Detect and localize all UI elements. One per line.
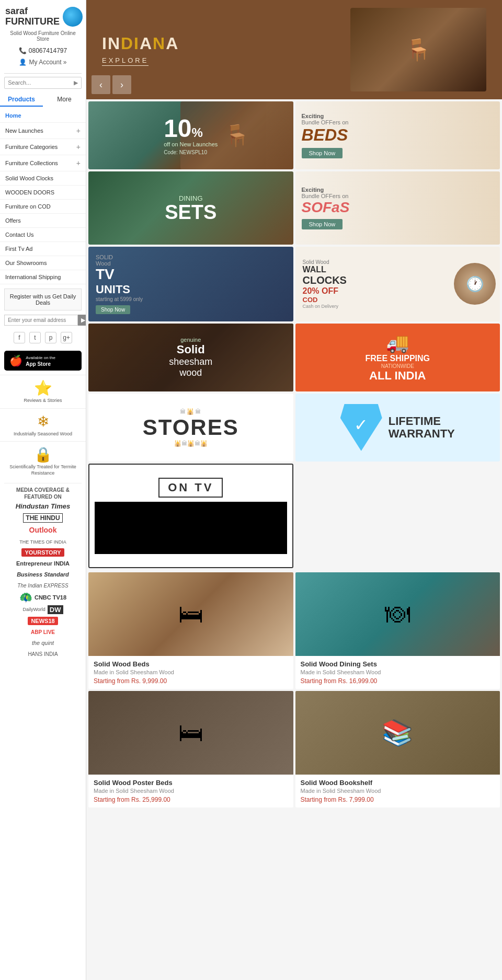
all-india-label: ALL INDIA — [369, 369, 426, 383]
promo-tv-units[interactable]: SOLID Wood TV UNITS starting at 5999 onl… — [88, 247, 293, 321]
bundle-label: Bundle OFFers on — [302, 119, 349, 125]
nav-new-launches[interactable]: New Launches + — [0, 123, 86, 139]
badge-reviews: ⭐ Reviews & Stories — [0, 375, 86, 408]
nav-solid-wood-clocks[interactable]: Solid Wood Clocks — [0, 171, 86, 186]
register-section: Register with us Get Daily Deals — [4, 289, 82, 310]
search-button[interactable]: ▶ — [74, 79, 78, 86]
nav-contact-us[interactable]: Contact Us — [0, 228, 86, 242]
appstore-text: Available on the App Store — [26, 354, 55, 367]
clock-icon: 🕐 — [454, 263, 496, 305]
tv-units-label: UNITS — [96, 283, 130, 296]
apple-icon: 🍎 — [9, 354, 22, 367]
hero-prev-button[interactable]: ‹ — [92, 75, 110, 94]
nav-home[interactable]: Home — [0, 109, 86, 123]
hero-text: INDIANA EXPLORE — [102, 34, 179, 66]
promo-ontv[interactable]: ON TV — [88, 464, 293, 568]
exciting-label: Exciting — [302, 113, 324, 119]
hero-product-image: 🪑 — [350, 8, 486, 91]
logo-area: saraf FURNITURE — [0, 0, 86, 29]
lock-icon: 🔒 — [34, 446, 52, 463]
main-content: INDIANA EXPLORE 🪑 ‹ › 10% off on New Lau… — [86, 0, 502, 980]
product-bookshelf[interactable]: 📚 Solid Wood Bookshelf Made in Solid She… — [295, 691, 500, 808]
media-the-hindu: THE HINDU — [23, 513, 62, 523]
promo-grid: 10% off on New Launches Code: NEWSPL10 🪑… — [86, 99, 502, 570]
search-input[interactable] — [8, 79, 74, 86]
facebook-icon[interactable]: f — [14, 332, 25, 343]
promo-shipping[interactable]: 🚚 FREE SHIPPING NATIONWIDE ALL INDIA — [295, 324, 500, 391]
shop-now-button[interactable]: Shop Now — [302, 148, 343, 158]
media-indian-express: The Indian EXPRESS — [4, 580, 82, 590]
expand-icon: + — [76, 159, 81, 167]
solid-wood-label: Solid Wood — [303, 259, 329, 265]
email-submit-button[interactable]: ▶ — [78, 315, 86, 326]
hero-explore[interactable]: EXPLORE — [102, 56, 149, 66]
nav-first-tv-ad[interactable]: First Tv Ad — [0, 242, 86, 256]
nav-offers[interactable]: Offers — [0, 214, 86, 228]
hero-next-button[interactable]: › — [112, 75, 131, 94]
warranty-text: LIFETIME WARRANTY — [389, 415, 455, 440]
phone-icon: 📞 — [19, 47, 27, 54]
nav-furniture-categories[interactable]: Furniture Categories + — [0, 139, 86, 155]
pinterest-icon[interactable]: p — [45, 332, 56, 343]
new-launch-text: off on New Launches — [164, 141, 218, 147]
media-entrepreneur: Entrepreneur INDIA — [4, 558, 82, 568]
twitter-icon[interactable]: t — [29, 332, 41, 343]
wall-label: WALL — [303, 265, 326, 274]
media-business-standard: Business Standard — [4, 569, 82, 579]
tv-shop-button[interactable]: Shop Now — [96, 305, 130, 314]
tab-products[interactable]: Products — [0, 93, 43, 107]
product-beds-info: Solid Wood Beds Made in Solid Sheesham W… — [88, 656, 293, 689]
shield-icon: ✓ — [340, 404, 382, 451]
email-signup-row[interactable]: ▶ — [4, 315, 82, 326]
tv-starting-label: starting at 5999 only — [96, 296, 143, 302]
sidebar: saraf FURNITURE Solid Wood Furniture Onl… — [0, 0, 86, 980]
promo-sofas[interactable]: Exciting Bundle OFFers on SOFaS Shop Now — [295, 171, 500, 245]
phone-number[interactable]: 📞 08067414797 — [19, 45, 67, 56]
nav-furniture-collections[interactable]: Furniture Collections + — [0, 155, 86, 171]
nav-our-showrooms[interactable]: Our Showrooms — [0, 256, 86, 270]
discount-value: 10 — [164, 114, 191, 142]
media-abp: ABP LIVE — [4, 627, 82, 636]
badges-section: ⭐ Reviews & Stories ❄ Industrially Seaso… — [0, 375, 86, 481]
nav-wooden-doors[interactable]: WOODEN DOORS — [0, 186, 86, 200]
dining-big: SETS — [97, 202, 285, 222]
product-poster-beds[interactable]: 🛏 Solid Wood Poster Beds Made in Solid S… — [88, 691, 293, 808]
tagline: Solid Wood Furniture Online Store — [0, 29, 86, 45]
logo-globe-icon — [63, 7, 83, 27]
promo-beds[interactable]: Exciting Bundle OFFers on BEDS Shop Now — [295, 101, 500, 169]
media-dw: DailyWorld DW — [4, 605, 82, 614]
googleplus-icon[interactable]: g+ — [61, 332, 72, 343]
account-link[interactable]: 👤 My Account » — [19, 56, 66, 70]
product-bookshelf-info: Solid Wood Bookshelf Made in Solid Shees… — [295, 775, 500, 808]
sofas-shop-button[interactable]: Shop Now — [302, 219, 343, 229]
tab-more[interactable]: More — [43, 93, 86, 107]
hero-banner: INDIANA EXPLORE 🪑 ‹ › — [86, 0, 502, 99]
social-links: f t p g+ — [14, 332, 72, 343]
product-dining-image: 🍽 — [295, 572, 500, 656]
media-cnbc: 🦚 CNBC TV18 — [4, 591, 82, 604]
media-hans: HANS INDIA — [4, 649, 82, 658]
promo-new-launch[interactable]: 10% off on New Launches Code: NEWSPL10 🪑 — [88, 101, 293, 169]
promo-warranty[interactable]: ✓ LIFETIME WARRANTY — [295, 394, 500, 462]
search-bar[interactable]: ▶ — [4, 77, 82, 89]
sheesham-overlay: genuine Solid sheesham wood — [88, 324, 293, 391]
promo-wall-clocks[interactable]: Solid Wood WALL CLOCKS 20% OFF COD Cash … — [295, 247, 500, 321]
promo-sheesham[interactable]: genuine Solid sheesham wood — [88, 324, 293, 391]
account-icon: 👤 — [19, 59, 27, 66]
product-grid: 🛏 Solid Wood Beds Made in Solid Sheesham… — [86, 570, 502, 810]
stores-skyline-bottom: 🕌🏛🕌🏛🕌 — [174, 440, 208, 447]
ontv-label: ON TV — [158, 478, 223, 498]
seasoned-wood-icon: ❄ — [37, 413, 49, 430]
appstore-link[interactable]: 🍎 Available on the App Store — [4, 351, 82, 371]
email-input[interactable] — [4, 315, 78, 326]
cnbc-peacock-icon: 🦚 — [19, 591, 32, 604]
product-solid-wood-dining[interactable]: 🍽 Solid Wood Dining Sets Made in Solid S… — [295, 572, 500, 689]
stores-label: STORES — [143, 415, 239, 440]
nav-furniture-cod[interactable]: Furniture on COD — [0, 200, 86, 214]
logo-text: saraf FURNITURE — [5, 6, 60, 27]
nav-international-shipping[interactable]: International Shipping — [0, 270, 86, 284]
promo-stores[interactable]: 🏛🕌🏛 STORES 🕌🏛🕌🏛🕌 — [88, 394, 293, 462]
promo-dining-sets[interactable]: DINING SETS — [88, 171, 293, 245]
product-solid-wood-beds[interactable]: 🛏 Solid Wood Beds Made in Solid Sheesham… — [88, 572, 293, 689]
shield-container: ✓ — [340, 404, 382, 451]
